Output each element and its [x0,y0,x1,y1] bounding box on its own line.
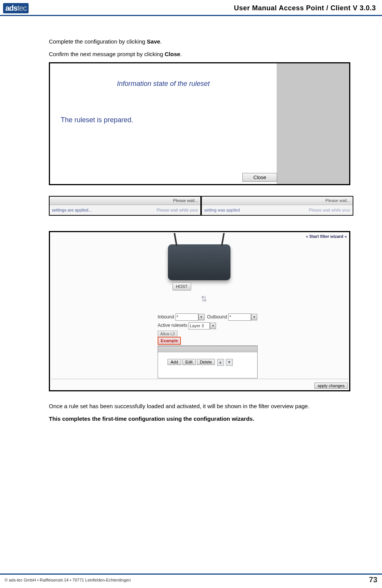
inbound-select[interactable]: * [176,313,198,321]
filter-controls: Inbound *▾ Outbound *▾ Active rulesets L… [158,312,258,378]
save-word: Save [147,38,160,45]
dialog-sidebar: Close [277,63,349,184]
wait-panel-1: Please wait... settings are applied... P… [49,196,201,216]
screenshot-filter-overview: » Start filter wizard « HOST ⇅ Inbound *… [49,231,350,391]
separator [51,379,348,380]
chevron-down-icon[interactable]: ▾ [198,314,205,320]
active-rulesets-select[interactable]: Layer 3 [189,322,210,330]
chevron-down-icon[interactable]: ▾ [210,323,216,329]
move-up-icon[interactable]: ▲ [217,359,224,366]
outbound-select[interactable]: * [228,313,251,321]
text: . [160,38,162,45]
outbound-label: Outbound [207,314,227,320]
document-title: User Manual Access Point / Client V 3.0.… [29,4,377,12]
dialog-message: The ruleset is prepared. [61,115,266,125]
text: Confirm the next message prompt by click… [49,51,164,57]
chevron-down-icon[interactable]: ▾ [251,314,257,320]
start-filter-wizard-link[interactable]: » Start filter wizard « [306,233,347,240]
router-icon: HOST ⇅ [168,244,230,280]
screenshot-ruleset-dialog: Information state of the ruleset The rul… [49,62,350,185]
text: Complete the configuration by clicking [49,38,147,45]
dialog-title: Information state of the ruleset [61,79,266,89]
document-page: adstec User Manual Access Point / Client… [0,0,382,588]
page-header: adstec User Manual Access Point / Client… [0,0,382,16]
list-buttons: Add Edit Delete ▲ ▼ [168,359,233,366]
wait-header: Please wait... [50,197,200,205]
delete-button[interactable]: Delete [197,359,215,365]
intro-line-1: Complete the configuration by clicking S… [49,37,355,46]
close-word: Close [164,51,180,57]
list-row [158,346,257,352]
inbound-label: Inbound [158,314,174,320]
text: . [180,51,182,57]
logo-ads: ads [5,4,17,12]
page-content: Complete the configuration by clicking S… [0,16,382,435]
intro-line-2: Confirm the next message prompt by click… [49,50,355,59]
apply-changes-button[interactable]: apply changes [314,383,348,389]
copyright-text: © ads-tec GmbH • Raiffeisenstr.14 • 7077… [5,578,131,582]
edit-button[interactable]: Edit [182,359,196,365]
wait-hint: Please wait while your [156,207,198,213]
wait-hint: Please wait while your [309,207,350,213]
ruleset-tab-allow-l3[interactable]: Allow L3 [158,331,177,337]
outro-paragraph: Once a rule set has been successfully lo… [49,402,355,411]
wait-status: settings are applied... [52,207,92,213]
close-button[interactable]: Close [242,173,277,182]
ruleset-tab-example[interactable]: Example [158,337,181,345]
brand-logo: adstec [3,3,29,13]
wait-header: Please wait... [202,197,353,205]
dialog-body: Information state of the ruleset The rul… [50,63,277,184]
active-rulesets-label: Active rulesets [158,323,187,328]
add-button[interactable]: Add [168,359,181,365]
wait-panel-2: Please wait... setting was applied Pleas… [201,196,353,216]
outro-complete: This completes the first-time configurat… [49,415,355,423]
antenna-icon [221,233,225,246]
host-label: HOST [172,283,191,291]
screenshot-please-wait: Please wait... settings are applied... P… [49,196,355,216]
router-diagram: HOST ⇅ [148,244,251,280]
page-footer: © ads-tec GmbH • Raiffeisenstr.14 • 7077… [0,573,382,584]
arrows-icon: ⇅ [201,293,207,305]
logo-tec: tec [17,4,26,12]
antenna-icon [174,233,177,246]
wait-status: setting was applied [204,207,240,213]
page-number: 73 [369,575,377,584]
move-down-icon[interactable]: ▼ [226,359,233,366]
